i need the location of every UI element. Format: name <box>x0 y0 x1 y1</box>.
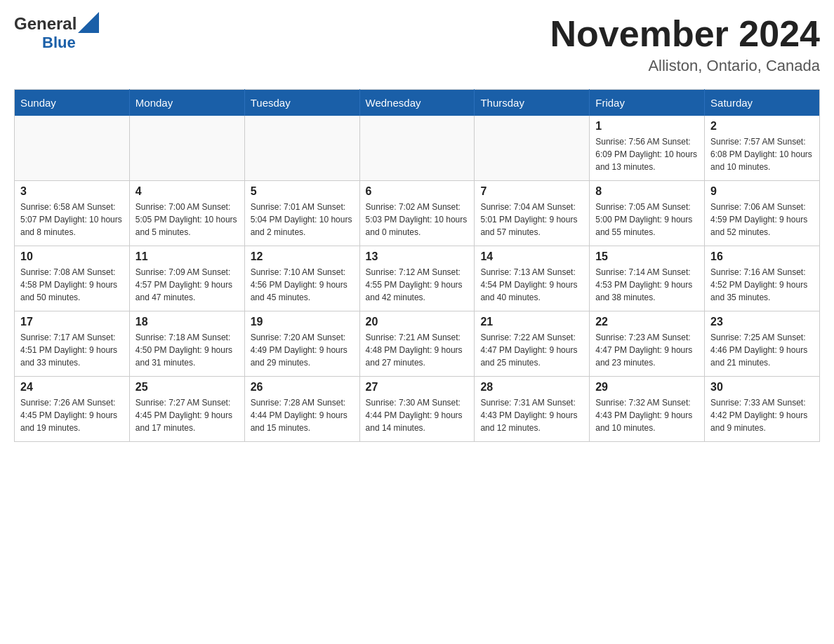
calendar-day: 18Sunrise: 7:18 AM Sunset: 4:50 PM Dayli… <box>129 311 244 377</box>
day-number: 7 <box>480 185 583 198</box>
day-info: Sunrise: 6:58 AM Sunset: 5:07 PM Dayligh… <box>20 201 124 239</box>
day-number: 16 <box>710 250 814 263</box>
day-number: 18 <box>135 316 239 328</box>
title-block: November 2024 Alliston, Ontario, Canada <box>550 14 820 75</box>
day-info: Sunrise: 7:00 AM Sunset: 5:05 PM Dayligh… <box>135 201 239 239</box>
calendar-day: 28Sunrise: 7:31 AM Sunset: 4:43 PM Dayli… <box>475 377 590 442</box>
calendar-day: 8Sunrise: 7:05 AM Sunset: 5:00 PM Daylig… <box>590 181 705 246</box>
calendar-day <box>359 116 475 181</box>
day-info: Sunrise: 7:17 AM Sunset: 4:51 PM Dayligh… <box>20 331 124 369</box>
day-number: 12 <box>251 250 354 263</box>
day-info: Sunrise: 7:05 AM Sunset: 5:00 PM Dayligh… <box>595 201 699 239</box>
day-info: Sunrise: 7:56 AM Sunset: 6:09 PM Dayligh… <box>595 135 699 173</box>
day-number: 17 <box>20 316 124 328</box>
day-info: Sunrise: 7:16 AM Sunset: 4:52 PM Dayligh… <box>710 266 814 304</box>
day-number: 13 <box>366 250 469 263</box>
day-number: 6 <box>366 185 469 198</box>
day-number: 25 <box>135 381 239 394</box>
day-info: Sunrise: 7:18 AM Sunset: 4:50 PM Dayligh… <box>135 331 239 369</box>
logo: General Blue <box>14 14 99 52</box>
day-info: Sunrise: 7:14 AM Sunset: 4:53 PM Dayligh… <box>595 266 699 304</box>
calendar-day: 1Sunrise: 7:56 AM Sunset: 6:09 PM Daylig… <box>590 116 705 181</box>
calendar-day: 11Sunrise: 7:09 AM Sunset: 4:57 PM Dayli… <box>129 246 244 311</box>
calendar-day: 15Sunrise: 7:14 AM Sunset: 4:53 PM Dayli… <box>590 246 705 311</box>
calendar-day <box>129 116 244 181</box>
days-of-week-row: SundayMondayTuesdayWednesdayThursdayFrid… <box>15 90 820 116</box>
day-header-friday: Friday <box>590 90 705 116</box>
day-info: Sunrise: 7:13 AM Sunset: 4:54 PM Dayligh… <box>480 266 583 304</box>
calendar-day: 14Sunrise: 7:13 AM Sunset: 4:54 PM Dayli… <box>475 246 590 311</box>
calendar-week-3: 10Sunrise: 7:08 AM Sunset: 4:58 PM Dayli… <box>15 246 820 311</box>
calendar-day: 29Sunrise: 7:32 AM Sunset: 4:43 PM Dayli… <box>590 377 705 442</box>
day-number: 23 <box>710 316 814 328</box>
day-info: Sunrise: 7:02 AM Sunset: 5:03 PM Dayligh… <box>366 201 469 239</box>
day-number: 26 <box>251 381 354 394</box>
day-info: Sunrise: 7:57 AM Sunset: 6:08 PM Dayligh… <box>710 135 814 173</box>
day-info: Sunrise: 7:12 AM Sunset: 4:55 PM Dayligh… <box>366 266 469 304</box>
day-info: Sunrise: 7:10 AM Sunset: 4:56 PM Dayligh… <box>251 266 354 304</box>
day-info: Sunrise: 7:23 AM Sunset: 4:47 PM Dayligh… <box>595 331 699 369</box>
day-header-saturday: Saturday <box>705 90 820 116</box>
svg-marker-0 <box>78 12 99 33</box>
calendar-day: 9Sunrise: 7:06 AM Sunset: 4:59 PM Daylig… <box>705 181 820 246</box>
day-header-sunday: Sunday <box>15 90 130 116</box>
calendar-day: 5Sunrise: 7:01 AM Sunset: 5:04 PM Daylig… <box>244 181 359 246</box>
day-number: 24 <box>20 381 124 394</box>
calendar-day: 16Sunrise: 7:16 AM Sunset: 4:52 PM Dayli… <box>705 246 820 311</box>
day-info: Sunrise: 7:30 AM Sunset: 4:44 PM Dayligh… <box>366 396 469 434</box>
day-number: 8 <box>595 185 699 198</box>
calendar-day: 25Sunrise: 7:27 AM Sunset: 4:45 PM Dayli… <box>129 377 244 442</box>
day-number: 19 <box>251 316 354 328</box>
calendar-header: SundayMondayTuesdayWednesdayThursdayFrid… <box>15 90 820 116</box>
calendar-day: 4Sunrise: 7:00 AM Sunset: 5:05 PM Daylig… <box>129 181 244 246</box>
location-title: Alliston, Ontario, Canada <box>550 57 820 75</box>
calendar-day: 30Sunrise: 7:33 AM Sunset: 4:42 PM Dayli… <box>705 377 820 442</box>
day-info: Sunrise: 7:01 AM Sunset: 5:04 PM Dayligh… <box>251 201 354 239</box>
day-number: 30 <box>710 381 814 394</box>
day-info: Sunrise: 7:27 AM Sunset: 4:45 PM Dayligh… <box>135 396 239 434</box>
day-info: Sunrise: 7:20 AM Sunset: 4:49 PM Dayligh… <box>251 331 354 369</box>
calendar-day: 22Sunrise: 7:23 AM Sunset: 4:47 PM Dayli… <box>590 311 705 377</box>
day-number: 28 <box>480 381 583 394</box>
day-info: Sunrise: 7:26 AM Sunset: 4:45 PM Dayligh… <box>20 396 124 434</box>
day-info: Sunrise: 7:33 AM Sunset: 4:42 PM Dayligh… <box>710 396 814 434</box>
day-header-thursday: Thursday <box>475 90 590 116</box>
day-number: 4 <box>135 185 239 198</box>
day-number: 3 <box>20 185 124 198</box>
calendar-day: 2Sunrise: 7:57 AM Sunset: 6:08 PM Daylig… <box>705 116 820 181</box>
calendar-day: 20Sunrise: 7:21 AM Sunset: 4:48 PM Dayli… <box>359 311 475 377</box>
day-info: Sunrise: 7:08 AM Sunset: 4:58 PM Dayligh… <box>20 266 124 304</box>
page-header: General Blue November 2024 Alliston, Ont… <box>14 14 820 75</box>
day-number: 20 <box>366 316 469 328</box>
calendar-body: 1Sunrise: 7:56 AM Sunset: 6:09 PM Daylig… <box>15 116 820 442</box>
logo-icon <box>78 12 99 33</box>
calendar-table: SundayMondayTuesdayWednesdayThursdayFrid… <box>14 89 820 442</box>
day-number: 29 <box>595 381 699 394</box>
day-number: 5 <box>251 185 354 198</box>
calendar-day: 17Sunrise: 7:17 AM Sunset: 4:51 PM Dayli… <box>15 311 130 377</box>
day-number: 15 <box>595 250 699 263</box>
day-info: Sunrise: 7:06 AM Sunset: 4:59 PM Dayligh… <box>710 201 814 239</box>
calendar-week-4: 17Sunrise: 7:17 AM Sunset: 4:51 PM Dayli… <box>15 311 820 377</box>
day-header-wednesday: Wednesday <box>359 90 475 116</box>
calendar-day: 12Sunrise: 7:10 AM Sunset: 4:56 PM Dayli… <box>244 246 359 311</box>
day-number: 21 <box>480 316 583 328</box>
day-number: 27 <box>366 381 469 394</box>
calendar-day: 23Sunrise: 7:25 AM Sunset: 4:46 PM Dayli… <box>705 311 820 377</box>
calendar-day: 19Sunrise: 7:20 AM Sunset: 4:49 PM Dayli… <box>244 311 359 377</box>
logo-general-text: General <box>14 14 77 34</box>
calendar-day: 24Sunrise: 7:26 AM Sunset: 4:45 PM Dayli… <box>15 377 130 442</box>
calendar-day: 7Sunrise: 7:04 AM Sunset: 5:01 PM Daylig… <box>475 181 590 246</box>
calendar-day: 10Sunrise: 7:08 AM Sunset: 4:58 PM Dayli… <box>15 246 130 311</box>
day-number: 14 <box>480 250 583 263</box>
day-number: 10 <box>20 250 124 263</box>
calendar-day <box>475 116 590 181</box>
calendar-day: 6Sunrise: 7:02 AM Sunset: 5:03 PM Daylig… <box>359 181 475 246</box>
month-title: November 2024 <box>550 14 820 54</box>
day-info: Sunrise: 7:21 AM Sunset: 4:48 PM Dayligh… <box>366 331 469 369</box>
calendar-day: 21Sunrise: 7:22 AM Sunset: 4:47 PM Dayli… <box>475 311 590 377</box>
calendar-day: 26Sunrise: 7:28 AM Sunset: 4:44 PM Dayli… <box>244 377 359 442</box>
day-header-tuesday: Tuesday <box>244 90 359 116</box>
day-header-monday: Monday <box>129 90 244 116</box>
day-number: 1 <box>595 120 699 133</box>
